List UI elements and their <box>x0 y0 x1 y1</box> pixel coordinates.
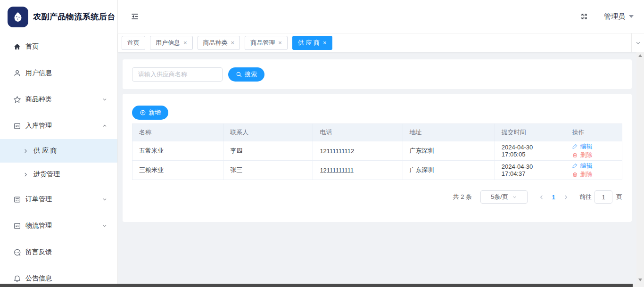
sidebar-item-label: 留言反馈 <box>25 248 52 256</box>
cell-time: 2024-04-30 17:05:05 <box>495 141 565 161</box>
sidebar-item-users[interactable]: 用户信息 <box>0 60 117 86</box>
sidebar-item-home[interactable]: 首页 <box>0 33 117 60</box>
search-button[interactable]: 搜索 <box>228 67 264 82</box>
trash-icon <box>572 172 578 178</box>
bell-icon <box>13 275 21 283</box>
sidebar-item-logistics[interactable]: 物流管理 <box>0 213 117 239</box>
add-button-label: 新增 <box>149 108 161 117</box>
table-header-cell: 联系人 <box>223 124 313 141</box>
fullscreen-icon[interactable] <box>580 13 588 20</box>
close-icon[interactable]: × <box>231 40 235 46</box>
document-icon <box>13 122 21 130</box>
sidebar-item-orders[interactable]: 订单管理 <box>0 186 117 213</box>
supplier-table: 名称 联系人 电话 地址 提交时间 操作 五常米业 李四 12111111112 <box>132 123 622 180</box>
topbar-right: 管理员 <box>580 12 634 21</box>
scroll-down-arrow-icon[interactable] <box>638 279 642 281</box>
cell-address: 广东深圳 <box>403 161 495 180</box>
table-header-cell: 提交时间 <box>495 124 565 141</box>
trash-icon <box>572 152 578 158</box>
next-page-button[interactable] <box>560 194 572 200</box>
chevron-down-icon <box>512 195 517 200</box>
table-card: 新增 名称 联系人 电话 地址 提交时间 操作 <box>123 94 632 222</box>
sidebar-item-warehouse[interactable]: 入库管理 <box>0 113 117 139</box>
cell-name: 五常米业 <box>132 141 223 161</box>
sidebar-item-label: 订单管理 <box>25 195 52 204</box>
page-number-1[interactable]: 1 <box>547 194 560 201</box>
horizontal-scrollbar-thumb[interactable] <box>0 284 633 287</box>
main-area: 管理员 首页 用户信息 × 商品种类 × 商品管理 × 供 应 商 <box>118 0 644 287</box>
tab-supplier[interactable]: 供 应 商 × <box>292 36 332 50</box>
tab-label: 商品种类 <box>203 39 228 47</box>
star-icon <box>13 96 21 104</box>
app-root: 农副产品物流系统后台 首页 用户信息 商品种类 <box>0 0 644 287</box>
chevron-down-icon <box>101 222 108 229</box>
chevron-right-icon <box>23 172 29 178</box>
cell-contact: 李四 <box>223 141 313 161</box>
cell-contact: 张三 <box>223 161 313 180</box>
sidebar-item-label: 入库管理 <box>25 122 52 130</box>
scrollbar-corner <box>636 284 644 287</box>
scroll-up-arrow-icon[interactable] <box>638 54 642 57</box>
caret-down-icon <box>629 15 634 18</box>
user-dropdown[interactable]: 管理员 <box>604 12 634 21</box>
fold-sidebar-icon[interactable] <box>131 12 139 21</box>
horizontal-scrollbar[interactable] <box>0 284 636 287</box>
sidebar-item-label: 商品种类 <box>25 95 52 104</box>
edit-pencil-icon <box>572 163 578 169</box>
close-icon[interactable]: × <box>278 40 282 46</box>
tab-home[interactable]: 首页 <box>122 36 145 50</box>
delete-link[interactable]: 删除 <box>572 151 592 159</box>
sidebar-item-feedback[interactable]: 留言反馈 <box>0 239 117 265</box>
tab-goods[interactable]: 商品管理 × <box>245 36 288 50</box>
chat-icon <box>13 248 21 256</box>
tab-user-info[interactable]: 用户信息 × <box>150 36 193 50</box>
home-icon <box>13 43 21 51</box>
table-header-cell: 地址 <box>403 124 495 141</box>
search-input[interactable] <box>132 67 223 82</box>
page-unit-label: 页 <box>616 193 622 201</box>
cell-phone: 12111111111 <box>313 161 403 180</box>
close-icon[interactable]: × <box>323 40 327 46</box>
table-row: 五常米业 李四 12111111112 广东深圳 2024-04-30 17:0… <box>132 141 622 161</box>
pagination-total: 共 2 条 <box>453 193 472 201</box>
prev-page-button[interactable] <box>535 194 547 200</box>
add-button[interactable]: 新增 <box>132 106 168 120</box>
app-title: 农副产品物流系统后台 <box>33 11 116 22</box>
close-icon[interactable]: × <box>183 40 187 46</box>
tab-label: 首页 <box>127 39 140 47</box>
sidebar-item-label: 公告信息 <box>25 274 52 283</box>
table-header-cell: 电话 <box>313 124 403 141</box>
sidebar-item-supplier[interactable]: 供 应 商 <box>0 139 117 163</box>
sidebar-item-label: 供 应 商 <box>33 147 57 155</box>
chevron-down-icon <box>101 196 108 203</box>
edit-link[interactable]: 编辑 <box>572 162 592 170</box>
goto-page-input[interactable] <box>594 190 612 204</box>
table-header-row: 名称 联系人 电话 地址 提交时间 操作 <box>132 124 622 141</box>
cell-address: 广东深圳 <box>403 141 495 161</box>
sidebar-item-label: 物流管理 <box>25 221 52 230</box>
chevron-down-icon <box>635 40 641 46</box>
table-header-cell: 名称 <box>132 124 223 141</box>
chevron-left-icon <box>538 194 545 200</box>
tab-categories[interactable]: 商品种类 × <box>198 36 240 50</box>
sidebar-item-label: 进货管理 <box>33 170 60 179</box>
edit-link[interactable]: 编辑 <box>572 142 592 151</box>
chevron-up-icon <box>101 123 108 129</box>
sidebar-item-categories[interactable]: 商品种类 <box>0 86 117 113</box>
delete-link[interactable]: 删除 <box>572 170 592 179</box>
tabbar: 首页 用户信息 × 商品种类 × 商品管理 × 供 应 商 × <box>118 33 644 52</box>
cell-phone: 12111111112 <box>313 141 403 161</box>
tab-overflow-button[interactable] <box>631 33 644 52</box>
goto-label: 前往 <box>579 193 592 201</box>
document-icon <box>13 196 21 204</box>
vertical-scrollbar[interactable] <box>636 52 644 284</box>
sidebar-item-purchase[interactable]: 进货管理 <box>0 163 117 186</box>
cell-actions: 编辑 删除 <box>565 141 622 161</box>
user-icon <box>13 69 21 77</box>
sidebar-menu: 首页 用户信息 商品种类 入库管理 <box>0 33 117 287</box>
username: 管理员 <box>604 12 625 21</box>
chevron-right-icon <box>23 148 29 154</box>
tab-label: 用户信息 <box>156 39 180 47</box>
chevron-right-icon <box>563 194 569 200</box>
page-size-select[interactable]: 5条/页 <box>480 190 528 204</box>
